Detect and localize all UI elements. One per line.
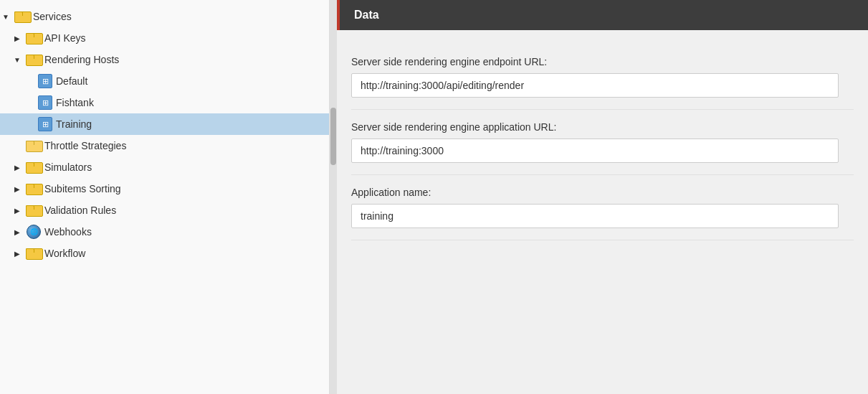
- toggle-workflow[interactable]: ▶: [11, 248, 23, 259]
- tree-text-fishtank: Fishtank: [56, 97, 94, 108]
- tree-label-validation-rules[interactable]: ▶ Validation Rules: [0, 200, 329, 221]
- tree-text-services: Services: [33, 11, 72, 22]
- tree-text-workflow: Workflow: [44, 248, 85, 259]
- tree-item-rendering-hosts[interactable]: ▼ Rendering Hosts: [0, 49, 329, 70]
- tree-item-api-keys[interactable]: ▶ API Keys: [0, 27, 329, 49]
- field-group-app-name: Application name:: [351, 175, 854, 240]
- content-panel: Data Server side rendering engine endpoi…: [337, 0, 868, 394]
- tree-text-webhooks: Webhooks: [44, 226, 92, 238]
- tree-text-rendering-hosts: Rendering Hosts: [44, 54, 119, 65]
- tree-item-simulators[interactable]: ▶ Simulators: [0, 156, 329, 178]
- content-header: Data: [337, 0, 868, 30]
- content-header-title: Data: [354, 9, 379, 22]
- folder-icon-simulators: [26, 160, 42, 174]
- settings-icon-fishtank: ⊞: [37, 95, 53, 110]
- toggle-webhooks[interactable]: ▶: [11, 226, 23, 238]
- tree-item-default[interactable]: ▶ ⊞ Default: [0, 70, 329, 92]
- tree-item-throttle-strategies[interactable]: ▶ Throttle Strategies: [0, 135, 329, 156]
- folder-icon-rendering-hosts: [26, 52, 42, 67]
- tree-label-rendering-hosts[interactable]: ▼ Rendering Hosts: [0, 49, 329, 70]
- folder-icon-api-keys: [26, 31, 42, 45]
- toggle-api-keys[interactable]: ▶: [11, 32, 23, 44]
- tree-text-validation-rules: Validation Rules: [44, 205, 116, 216]
- toggle-subitems[interactable]: ▶: [11, 183, 23, 194]
- field-label-app-name: Application name:: [351, 187, 854, 198]
- settings-icon-training: ⊞: [37, 117, 53, 131]
- tree-label-api-keys[interactable]: ▶ API Keys: [0, 27, 329, 49]
- tree-text-training: Training: [56, 118, 92, 130]
- field-input-endpoint[interactable]: [351, 73, 839, 98]
- tree-label-webhooks[interactable]: ▶ 🌐 Webhooks: [0, 221, 329, 243]
- tree-item-workflow[interactable]: ▶ Workflow: [0, 243, 329, 264]
- tree-label-throttle-strategies[interactable]: ▶ Throttle Strategies: [0, 135, 329, 156]
- tree-label-fishtank[interactable]: ▶ ⊞ Fishtank: [0, 92, 329, 113]
- sidebar-scrollbar-thumb[interactable]: [330, 108, 336, 165]
- tree-item-fishtank[interactable]: ▶ ⊞ Fishtank: [0, 92, 329, 113]
- tree-item-webhooks[interactable]: ▶ 🌐 Webhooks: [0, 221, 329, 243]
- folder-icon-validation: [26, 203, 42, 217]
- toggle-rendering-hosts[interactable]: ▼: [11, 54, 23, 65]
- toggle-validation[interactable]: ▶: [11, 205, 23, 216]
- sidebar: ▼ Services ▶ API Keys ▼: [0, 0, 330, 394]
- tree-label-services[interactable]: ▼ Services: [0, 6, 329, 27]
- toggle-simulators[interactable]: ▶: [11, 161, 23, 173]
- tree-item-services[interactable]: ▼ Services: [0, 6, 329, 27]
- tree-item-validation-rules[interactable]: ▶ Validation Rules: [0, 200, 329, 221]
- folder-icon-services: [14, 9, 30, 24]
- settings-icon-default: ⊞: [37, 74, 53, 88]
- field-group-app-url: Server side rendering engine application…: [351, 110, 854, 175]
- tree-label-subitems-sorting[interactable]: ▶ Subitems Sorting: [0, 178, 329, 200]
- field-input-app-url[interactable]: [351, 139, 839, 163]
- content-body: Server side rendering engine endpoint UR…: [337, 30, 868, 255]
- tree-label-default[interactable]: ▶ ⊞ Default: [0, 70, 329, 92]
- tree-text-simulators: Simulators: [44, 161, 92, 173]
- sidebar-scrollbar[interactable]: [330, 0, 337, 394]
- tree-text-api-keys: API Keys: [44, 32, 86, 44]
- folder-gear-icon-throttle: [26, 139, 42, 153]
- field-label-endpoint: Server side rendering engine endpoint UR…: [351, 56, 854, 67]
- field-input-app-name[interactable]: [351, 204, 839, 228]
- folder-icon-workflow: [26, 246, 42, 261]
- folder-icon-subitems: [26, 182, 42, 196]
- tree-label-workflow[interactable]: ▶ Workflow: [0, 243, 329, 264]
- tree-item-training[interactable]: ▶ ⊞ Training: [0, 113, 329, 135]
- tree-item-subitems-sorting[interactable]: ▶ Subitems Sorting: [0, 178, 329, 200]
- toggle-services[interactable]: ▼: [0, 11, 11, 22]
- field-label-app-url: Server side rendering engine application…: [351, 121, 854, 133]
- globe-icon-webhooks: 🌐: [26, 225, 42, 239]
- tree-text-default: Default: [56, 75, 87, 87]
- tree-label-simulators[interactable]: ▶ Simulators: [0, 156, 329, 178]
- field-group-endpoint: Server side rendering engine endpoint UR…: [351, 44, 854, 110]
- tree-text-throttle-strategies: Throttle Strategies: [44, 140, 126, 151]
- tree-text-subitems-sorting: Subitems Sorting: [44, 183, 121, 194]
- tree-label-training[interactable]: ▶ ⊞ Training: [0, 113, 329, 135]
